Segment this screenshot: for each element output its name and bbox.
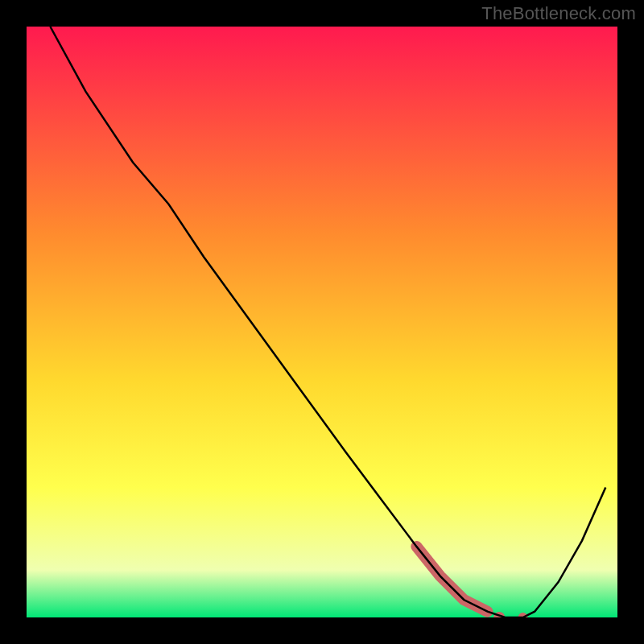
- plot-background: [27, 27, 617, 617]
- chart-svg: [0, 0, 644, 644]
- attribution-label: TheBottleneck.com: [481, 3, 636, 24]
- chart-container: { "attribution": "TheBottleneck.com", "c…: [0, 0, 644, 644]
